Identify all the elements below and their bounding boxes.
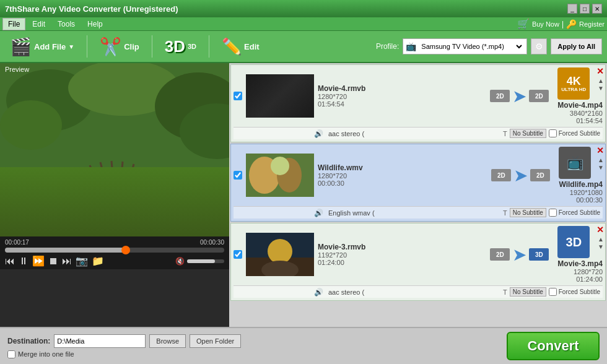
scroll-up-icon[interactable]: ▲	[598, 157, 604, 163]
profile-select-container[interactable]: 📺 Samsung TV Video (*.mp4)	[403, 38, 527, 54]
main-content: Preview	[0, 63, 607, 327]
file-info: Movie-3.rmvb 1192*720 01:24:00	[318, 243, 481, 266]
output-name: Wildlife.mp4	[559, 180, 603, 189]
buy-btn[interactable]: Buy Now	[532, 20, 559, 28]
next-button[interactable]: ⏭	[62, 256, 72, 267]
destination-input[interactable]	[54, 334, 146, 348]
forced-checkbox[interactable]	[549, 209, 557, 217]
audio-icon: 🔊	[314, 209, 323, 217]
svg-point-8	[77, 171, 152, 215]
toolbar-divider-1	[87, 35, 87, 58]
folder-button[interactable]: 📁	[92, 255, 104, 267]
volume-fill	[187, 259, 215, 263]
forced-checkbox[interactable]	[549, 129, 557, 137]
destination-label: Destination:	[7, 337, 50, 345]
menu-edit[interactable]: Edit	[27, 18, 51, 30]
svg-point-10	[95, 193, 100, 197]
subtitle-area: T No Subtitle Forced Subtitle	[503, 208, 600, 217]
browse-button[interactable]: Browse	[149, 334, 186, 348]
scroll-down-icon[interactable]: ▼	[598, 164, 604, 171]
arrow-icon: ➤	[513, 165, 528, 186]
file-thumbnail	[246, 74, 314, 118]
register-btn[interactable]: Register	[579, 20, 605, 28]
maximize-btn[interactable]: □	[580, 4, 590, 14]
menu-help[interactable]: Help	[82, 18, 108, 30]
dropdown-arrow-icon[interactable]: ▼	[68, 43, 74, 50]
fast-forward-button[interactable]: ⏩	[32, 255, 45, 267]
svg-point-12	[92, 197, 98, 201]
output-duration: 01:24:00	[557, 275, 603, 283]
forced-subtitle-area: Forced Subtitle	[549, 209, 600, 217]
subtitle-button[interactable]: No Subtitle	[510, 129, 546, 138]
file-checkbox[interactable]	[234, 250, 242, 259]
edit-button[interactable]: ✏️ Edit	[217, 35, 264, 59]
file-item: Wildlife.wmv 1280*720 00:00:30 2D ➤ 2D 📺…	[230, 144, 606, 222]
menu-file[interactable]: File	[2, 18, 25, 30]
file-item-bottom: 🔊 aac stereo ( T No Subtitle Forced Subt…	[234, 127, 603, 139]
t-icon: T	[503, 288, 507, 296]
seek-bar[interactable]	[5, 248, 224, 253]
toolbar-divider-2	[152, 35, 152, 58]
add-file-button[interactable]: 🎬 Add File ▼	[5, 34, 79, 59]
svg-point-18	[271, 157, 289, 175]
volume-bar[interactable]	[187, 259, 224, 263]
minimize-btn[interactable]: _	[567, 4, 577, 14]
scroll-down-icon[interactable]: ▼	[598, 85, 604, 92]
arrow-icon: ➤	[512, 245, 526, 265]
remove-file-button[interactable]: ✕	[596, 66, 604, 76]
quality-badge: 📺	[559, 147, 591, 179]
svg-rect-14	[0, 63, 229, 236]
subtitle-button[interactable]: No Subtitle	[510, 208, 546, 217]
preview-controls: 00:00:17 00:00:30 ⏮ ⏸ ⏩ ⏹ ⏭ 📷 📁 🔇	[0, 236, 229, 269]
seek-fill	[5, 248, 126, 253]
scroll-arrows: ▲ ▼	[598, 236, 604, 250]
menu-tools[interactable]: Tools	[52, 18, 81, 30]
screenshot-button[interactable]: 📷	[76, 255, 88, 267]
file-name: Movie-3.rmvb	[318, 243, 481, 251]
close-btn[interactable]: ✕	[592, 4, 602, 14]
scroll-up-icon[interactable]: ▲	[598, 236, 604, 243]
seek-thumb[interactable]	[121, 246, 130, 254]
output-duration: 00:00:30	[559, 196, 603, 204]
scroll-down-icon[interactable]: ▼	[598, 243, 604, 250]
pause-button[interactable]: ⏸	[19, 256, 28, 267]
output-dim-badge: 2D	[529, 90, 549, 102]
3d-button[interactable]: 3D 3D	[160, 35, 201, 59]
3d-label: 3D	[188, 43, 196, 50]
scroll-up-icon[interactable]: ▲	[598, 77, 604, 84]
open-folder-button[interactable]: Open Folder	[190, 334, 241, 348]
clip-button[interactable]: ✂️ Clip	[95, 34, 144, 59]
file-duration: 01:24:00	[318, 259, 481, 266]
file-resolution: 1280*720	[318, 93, 481, 100]
file-duration: 00:00:30	[318, 180, 483, 187]
file-item-bottom: 🔊 aac stereo ( T No Subtitle Forced Subt…	[234, 285, 603, 298]
profile-select[interactable]: Samsung TV Video (*.mp4)	[419, 42, 524, 51]
file-checkbox[interactable]	[234, 171, 242, 180]
apply-to-all-button[interactable]: Apply to All	[551, 38, 602, 54]
remove-file-button[interactable]: ✕	[596, 225, 604, 235]
profile-area: Profile: 📺 Samsung TV Video (*.mp4) ⚙ Ap…	[376, 38, 602, 54]
output-resolution: 1920*1080	[559, 189, 603, 196]
file-item: Movie-4.rmvb 1280*720 01:54:54 2D ➤ 2D 4…	[230, 64, 606, 142]
file-duration: 01:54:54	[318, 100, 481, 108]
file-item: Movie-3.rmvb 1192*720 01:24:00 2D ➤ 3D 3…	[230, 223, 606, 301]
input-dim-badge: 2D	[490, 90, 510, 102]
edit-icon: ✏️	[222, 37, 242, 56]
audio-icon: 🔊	[314, 288, 323, 297]
preview-label: Preview	[5, 66, 29, 73]
output-dim-badge: 2D	[530, 169, 550, 181]
convert-button[interactable]: Convert	[507, 332, 600, 360]
settings-button[interactable]: ⚙	[531, 38, 547, 54]
svg-point-21	[268, 239, 292, 264]
convert-arrow: 2D ➤ 3D	[490, 245, 549, 265]
file-checkbox[interactable]	[234, 92, 242, 100]
merge-checkbox[interactable]	[7, 350, 15, 358]
remove-file-button[interactable]: ✕	[596, 145, 604, 155]
subtitle-button[interactable]: No Subtitle	[510, 287, 546, 297]
stop-button[interactable]: ⏹	[48, 256, 58, 267]
t-icon: T	[503, 130, 507, 137]
forced-checkbox[interactable]	[549, 288, 557, 296]
current-time: 00:00:17	[5, 239, 29, 246]
scroll-arrows: ▲ ▼	[598, 157, 604, 171]
prev-button[interactable]: ⏮	[5, 256, 15, 267]
